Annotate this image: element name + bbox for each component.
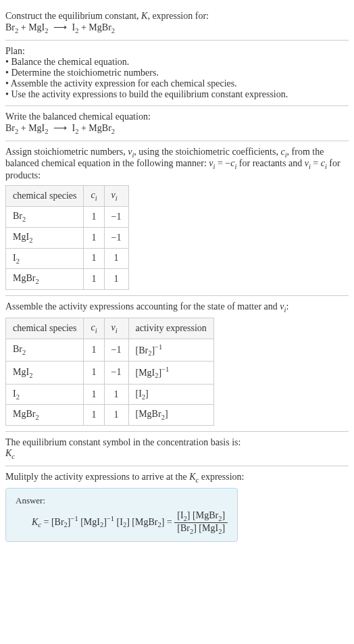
answer-label: Answer: — [16, 495, 228, 506]
col-activity: activity expression — [128, 318, 213, 339]
table-header-row: chemical species ci νi activity expressi… — [6, 318, 214, 339]
activity-header: Assemble the activity expressions accoun… — [5, 301, 349, 314]
col-species: chemical species — [6, 186, 84, 207]
table-row: Br2 1 −1 [Br2]−1 — [6, 339, 214, 361]
intro-text2: , expression for: — [147, 11, 209, 21]
symbol-text: The equilibrium constant symbol in the c… — [5, 437, 349, 448]
balanced-section: Write the balanced chemical equation: Br… — [5, 106, 349, 141]
table-row: MgBr2 1 1 — [6, 269, 129, 290]
symbol-kc: Kc — [5, 448, 349, 460]
species-br2: Br2 — [5, 22, 18, 32]
stoich-table: chemical species ci νi Br2 1 −1 MgI2 1 −… — [5, 185, 129, 290]
plan-bullet: • Assemble the activity expression for e… — [5, 78, 349, 89]
plan-bullet: • Balance the chemical equation. — [5, 57, 349, 68]
table-row: Br2 1 −1 — [6, 206, 129, 227]
table-row: I2 1 1 [I2] — [6, 384, 214, 405]
col-ci: ci — [84, 186, 104, 207]
table-row: MgBr2 1 1 [MgBr2] — [6, 405, 214, 426]
arrow-icon: ⟶ — [51, 22, 70, 32]
table-header-row: chemical species ci νi — [6, 186, 129, 207]
plan-section: Plan: • Balance the chemical equation. •… — [5, 41, 349, 106]
intro-equation: Br2 + MgI2 ⟶ I2 + MgBr2 — [5, 22, 349, 34]
table-row: MgI2 1 −1 — [6, 227, 129, 248]
symbol-section: The equilibrium constant symbol in the c… — [5, 432, 349, 466]
stoich-section: Assign stoichiometric numbers, νi, using… — [5, 141, 349, 297]
balanced-equation: Br2 + MgI2 ⟶ I2 + MgBr2 — [5, 122, 349, 135]
activity-section: Assemble the activity expressions accoun… — [5, 296, 349, 432]
intro-section: Construct the equilibrium constant, K, e… — [5, 5, 349, 41]
arrow-icon: ⟶ — [51, 123, 70, 133]
col-species: chemical species — [6, 318, 84, 339]
multiply-text: Mulitply the activity expressions to arr… — [5, 472, 349, 484]
fraction: [I2] [MgBr2][Br2] [MgI2] — [174, 510, 228, 535]
species-mgbr2: MgBr2 — [88, 22, 115, 32]
intro-line: Construct the equilibrium constant, K, e… — [5, 11, 349, 22]
table-row: MgI2 1 −1 [MgI2]−1 — [6, 362, 214, 384]
intro-text: Construct the equilibrium constant, — [5, 11, 141, 21]
plan-header: Plan: — [5, 46, 349, 57]
intro-K: K — [141, 11, 147, 21]
col-ci: ci — [84, 318, 104, 339]
balanced-header: Write the balanced chemical equation: — [5, 112, 349, 122]
col-nui: νi — [104, 318, 128, 339]
table-row: I2 1 1 — [6, 248, 129, 269]
plan-bullet: • Use the activity expressions to build … — [5, 89, 349, 100]
species-mgi2: MgI2 — [28, 22, 48, 32]
plan-bullet: • Determine the stoichiometric numbers. — [5, 68, 349, 78]
species-i2: I2 — [72, 22, 79, 32]
answer-expression: Kc = [Br2]−1 [MgI2]−1 [I2] [MgBr2] = [I2… — [16, 510, 228, 535]
stoich-text: Assign stoichiometric numbers, νi, using… — [5, 147, 349, 182]
answer-box: Answer: Kc = [Br2]−1 [MgI2]−1 [I2] [MgBr… — [5, 488, 238, 543]
activity-table: chemical species ci νi activity expressi… — [5, 318, 214, 426]
multiply-section: Mulitply the activity expressions to arr… — [5, 466, 349, 547]
col-nui: νi — [104, 186, 128, 207]
